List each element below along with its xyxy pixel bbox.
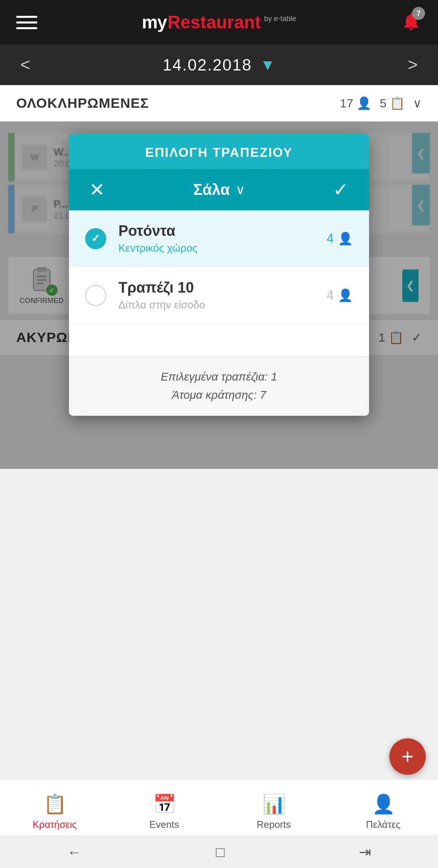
nav-events[interactable]: 📅 Events [110,793,219,830]
nav-reports[interactable]: 📊 Reports [219,793,328,830]
modal-header: ΕΠΙΛΟΓΗ ΤΡΑΠΕΖΙΟΥ [69,134,369,169]
room-selector[interactable]: Σάλα ∨ [193,181,245,199]
recent-button[interactable]: ⇥ [359,844,371,861]
person-icon: 👤 [356,96,371,110]
date-bar: < 14.02.2018 ▼ > [0,45,438,85]
nav-customers[interactable]: 👤 Πελάτες [328,793,438,830]
logo-restaurant: Restaurant [167,12,261,32]
notification-badge: 7 [412,7,425,20]
logo-my: my [142,12,167,32]
modal-table-list: ✓ Ροτόντα Κεντρικός χώρος 4 👤 Τραπ [69,210,369,356]
reservations-stat: 5 📋 [380,96,405,110]
app-logo: my Restaurant by e-table [142,12,296,32]
person-icon-trapezi10: 👤 [338,288,353,302]
filter-icon[interactable]: ▼ [260,56,275,74]
completed-section-title: ΟΛΟΚΛΗΡΩΜΕΝΕΣ [16,95,149,111]
rotonda-capacity: 4 👤 [326,231,353,246]
prev-date-button[interactable]: < [20,55,30,75]
home-button[interactable]: □ [216,844,225,861]
system-nav: ← □ ⇥ [0,836,438,868]
top-bar: my Restaurant by e-table 7 [0,0,438,45]
modal-footer-text: Επιλεγμένα τραπέζια: 1 Άτομα κράτησης: 7 [85,368,353,404]
rotonda-subtitle: Κεντρικός χώρος [118,242,314,254]
persons-stat: 17 👤 [340,96,371,110]
clipboard-icon: 📋 [390,96,405,110]
modal-close-button[interactable]: ✕ [89,180,105,199]
content-wrapper: W W... 20:00 ❮ P P... 21:00 ❮ [0,122,438,469]
fab-plus-icon: + [402,746,414,767]
person-icon-rotonda: 👤 [338,231,353,246]
trapezi10-info: Τραπέζι 10 Δίπλα στην είσοδο [118,279,314,311]
date-center: 14.02.2018 ▼ [163,56,275,74]
back-button[interactable]: ← [67,844,82,861]
current-date: 14.02.2018 [163,56,252,74]
section-chevron[interactable]: ∨ [413,96,422,110]
modal-overlay: ΕΠΙΛΟΓΗ ΤΡΑΠΕΖΙΟΥ ✕ Σάλα ∨ ✓ ✓ [0,122,438,469]
table-item-trapezi10[interactable]: Τραπέζι 10 Δίπλα στην είσοδο 4 👤 [69,267,369,324]
radio-trapezi10[interactable] [85,285,106,306]
modal-title: ΕΠΙΛΟΓΗ ΤΡΑΠΕΖΙΟΥ [69,145,369,169]
customers-nav-label: Πελάτες [366,819,400,830]
trapezi10-name: Τραπέζι 10 [118,279,314,296]
reports-nav-label: Reports [257,819,291,830]
section-stats: 17 👤 5 📋 ∨ [340,96,422,110]
modal-toolbar: ✕ Σάλα ∨ ✓ [69,169,369,210]
reservations-nav-icon: 📋 [43,793,67,815]
reports-nav-icon: 📊 [262,793,286,815]
rotonda-name: Ροτόντα [118,222,314,239]
table-selection-modal: ΕΠΙΛΟΓΗ ΤΡΑΠΕΖΙΟΥ ✕ Σάλα ∨ ✓ ✓ [69,134,369,416]
footer-line1: Επιλεγμένα τραπέζια: 1 [85,368,353,386]
room-name: Σάλα [193,181,230,199]
radio-rotonda[interactable]: ✓ [85,228,106,249]
events-nav-icon: 📅 [153,793,176,815]
logo-etable: by e-table [264,15,296,23]
completed-section-header: ΟΛΟΚΛΗΡΩΜΕΝΕΣ 17 👤 5 📋 ∨ [0,85,438,122]
trapezi10-subtitle: Δίπλα στην είσοδο [118,299,314,311]
table-item-rotonda[interactable]: ✓ Ροτόντα Κεντρικός χώρος 4 👤 [69,210,369,267]
room-chevron-icon: ∨ [236,182,245,197]
next-date-button[interactable]: > [408,55,418,75]
notification-bell[interactable]: 7 [401,11,422,34]
menu-button[interactable] [16,16,37,29]
modal-confirm-button[interactable]: ✓ [333,179,349,201]
footer-line2: Άτομα κράτησης: 7 [85,386,353,404]
rotonda-info: Ροτόντα Κεντρικός χώρος [118,222,314,254]
reservations-nav-label: Κρατήσεις [33,819,77,830]
customers-nav-icon: 👤 [372,793,395,815]
bottom-nav: 📋 Κρατήσεις 📅 Events 📊 Reports 👤 Πελάτες [0,779,438,844]
nav-reservations[interactable]: 📋 Κρατήσεις [0,793,110,830]
modal-footer: Επιλεγμένα τραπέζια: 1 Άτομα κράτησης: 7 [69,356,369,416]
add-reservation-fab[interactable]: + [389,738,426,775]
empty-space [69,324,369,356]
trapezi10-capacity: 4 👤 [326,288,353,303]
events-nav-label: Events [149,819,179,830]
